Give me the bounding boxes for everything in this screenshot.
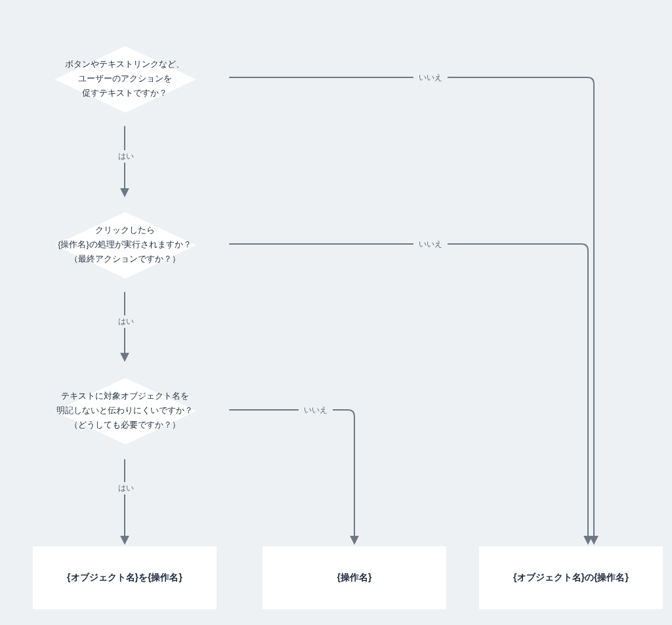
decision-needs-object-name: テキストに対象オブジェクト名を 明記しないと伝わりにくいですか？ （どうしても必… bbox=[20, 361, 230, 460]
edge-label-yes-2: はい bbox=[113, 315, 139, 328]
edge-label-no-1: いいえ bbox=[413, 71, 448, 84]
terminal-object-no-operation: {オブジェクト名}の{操作名} bbox=[479, 546, 663, 609]
decision-3-label: テキストに対象オブジェクト名を 明記しないと伝わりにくいですか？ （どうしても必… bbox=[20, 361, 230, 460]
edge-label-yes-1: はい bbox=[113, 150, 139, 163]
flowchart-stage: ボタンやテキストリンクなど、 ユーザーのアクションを 促すテキストですか？ クリ… bbox=[0, 0, 672, 625]
decision-2-label: クリックしたら {操作名}の処理が実行されますか？ （最終アクションですか？） bbox=[20, 195, 230, 294]
edge-label-no-3: いいえ bbox=[299, 404, 333, 416]
edge-label-yes-3: はい bbox=[113, 482, 139, 494]
terminal-object-wo-operation: {オブジェクト名}を{操作名} bbox=[33, 546, 217, 609]
decision-is-action-prompt: ボタンやテキストリンクなど、 ユーザーのアクションを 促すテキストですか？ bbox=[20, 30, 230, 128]
edge-label-no-2: いいえ bbox=[413, 238, 448, 251]
terminal-operation-only: {操作名} bbox=[262, 546, 446, 609]
decision-is-final-action: クリックしたら {操作名}の処理が実行されますか？ （最終アクションですか？） bbox=[20, 195, 230, 294]
decision-1-label: ボタンやテキストリンクなど、 ユーザーのアクションを 促すテキストですか？ bbox=[20, 30, 230, 128]
